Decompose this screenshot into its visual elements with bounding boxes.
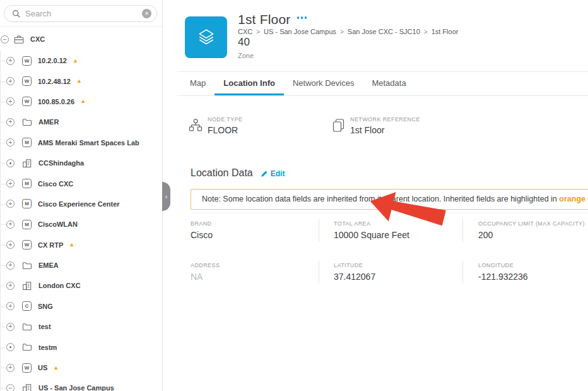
location-tree: –CXC+W10.2.0.12▲+W10.2.48.12▲+W100.85.0.… (0, 28, 163, 391)
collapse-icon[interactable]: – (1, 35, 9, 44)
expand-icon[interactable]: + (6, 241, 15, 249)
clear-search-icon[interactable]: ✕ (142, 9, 151, 18)
tree-item-cisco-experience-center[interactable]: +MCisco Experience Center (0, 194, 163, 214)
tree-item-cisco-cxc[interactable]: +MCisco CXC (0, 173, 163, 193)
expand-icon[interactable]: + (6, 282, 15, 290)
location-data-heading: Location Data (191, 167, 253, 179)
sidebar-collapse-handle[interactable]: ‹ (162, 182, 170, 211)
page-title: 1st Floor (238, 12, 291, 27)
tree-item-testm[interactable]: testm (0, 337, 163, 357)
network-w-icon: W (22, 240, 32, 250)
field-label: LATITUDE (334, 262, 462, 268)
expand-icon[interactable]: + (6, 200, 15, 208)
tree-item-us-san-jose-campus[interactable]: –US - San Jose Campus (0, 378, 163, 391)
search-box[interactable]: ✕ (4, 5, 157, 22)
field-label: LONGITUDE (478, 262, 587, 268)
tab-network-devices[interactable]: Network Devices (284, 72, 363, 95)
tree-connector (0, 245, 6, 246)
edit-button[interactable]: Edit (261, 169, 285, 178)
tree-connector (0, 122, 6, 123)
tab-location-info[interactable]: Location Info (215, 72, 284, 95)
tree-item-label: AMS Meraki Smart Spaces Lab (38, 139, 139, 147)
node-type-value: FLOOR (208, 125, 242, 135)
expand-icon[interactable]: + (6, 179, 15, 188)
tree-item-sng[interactable]: +CSNG (0, 296, 163, 316)
expand-icon[interactable]: + (6, 364, 15, 372)
tree-item-us[interactable]: +WUS▲ (0, 358, 163, 378)
tree-item-label: CCShindagha (38, 159, 84, 167)
tree-item-10-2-48-12[interactable]: +W10.2.48.12▲ (0, 71, 163, 91)
expand-icon[interactable]: + (6, 77, 15, 85)
tree-connector (0, 347, 6, 348)
edit-label: Edit (271, 169, 285, 178)
campus-icon (22, 383, 32, 391)
zone-count: 40 (238, 36, 250, 49)
tree-item-ams-meraki-smart-spaces-lab[interactable]: +MAMS Meraki Smart Spaces Lab (0, 133, 163, 153)
tree-item-emea[interactable]: +EMEA (0, 255, 163, 275)
more-options-icon[interactable] (297, 16, 307, 19)
organization-icon (14, 35, 24, 44)
tree-item-amer[interactable]: +AMER (0, 112, 163, 132)
expand-icon[interactable]: + (6, 323, 15, 331)
folder-icon (22, 117, 32, 127)
tree-item-label: AMER (38, 118, 59, 126)
network-m-icon: M (22, 199, 32, 208)
tree-connector (0, 61, 6, 61)
field-occupancy-limit-max-capacity: OCCUPANCY LIMIT (MAX CAPACITY)200 (462, 219, 587, 242)
folder-icon (22, 322, 32, 332)
campus-icon (22, 159, 32, 168)
breadcrumb-item[interactable]: US - San Jose Campus (264, 28, 336, 35)
tree-item-label: US - San Jose Campus (38, 384, 114, 391)
tree-item-ciscowlan[interactable]: +MCiscoWLAN (0, 214, 163, 234)
breadcrumb-item[interactable]: CXC (238, 28, 252, 35)
network-m-icon: M (22, 179, 32, 188)
expand-icon[interactable]: + (6, 97, 15, 105)
search-input[interactable] (25, 9, 142, 18)
folder-icon (22, 261, 32, 270)
tree-item-label: CX RTP (38, 241, 63, 249)
expand-icon[interactable]: + (6, 302, 15, 310)
field-address: ADDRESSNA (191, 261, 319, 284)
network-reference-value: 1st Floor (350, 125, 420, 135)
breadcrumb-item[interactable]: San Jose CXC - SJC10 (348, 28, 420, 35)
breadcrumb: CXC>US - San Jose Campus>San Jose CXC - … (238, 28, 458, 35)
tree-connector (0, 143, 6, 143)
network-w-icon: W (22, 56, 32, 66)
tree-item-label: US (38, 364, 47, 371)
node-type-icon (189, 118, 203, 133)
tree-connector (0, 224, 6, 225)
collapse-icon[interactable]: – (6, 384, 15, 391)
tab-map[interactable]: Map (181, 72, 215, 95)
tree-item-100-85-0-26[interactable]: +W100.85.0.26▲ (0, 92, 163, 112)
tree-item-cxc[interactable]: –CXC (0, 28, 163, 51)
warning-icon: ▲ (73, 58, 78, 64)
breadcrumb-item[interactable]: 1st Floor (432, 28, 459, 35)
network-reference-label: NETWORK REFERENCE (350, 116, 420, 123)
tree-item-10-2-0-12[interactable]: +W10.2.0.12▲ (0, 51, 163, 71)
tree-item-label: 10.2.0.12 (38, 57, 67, 64)
expand-icon[interactable]: + (6, 118, 15, 126)
tree-item-ccshindagha[interactable]: CCShindagha (0, 153, 163, 173)
tree-connector (0, 265, 6, 266)
tab-metadata[interactable]: Metadata (363, 72, 415, 95)
tree-item-label: test (38, 323, 51, 330)
tree-connector (0, 102, 6, 102)
leaf-icon[interactable] (6, 159, 15, 167)
tree-item-london-cxc[interactable]: +London CXC (0, 275, 163, 296)
network-m-icon: M (22, 220, 32, 229)
search-icon (12, 9, 21, 18)
expand-icon[interactable]: + (6, 220, 15, 229)
expand-icon[interactable]: + (6, 138, 15, 147)
tree-item-cx-rtp[interactable]: +WCX RTP▲ (0, 235, 163, 255)
field-label: OCCUPANCY LIMIT (MAX CAPACITY) (478, 220, 587, 227)
tree-item-test[interactable]: +test (0, 316, 163, 337)
node-type-label: NODE TYPE (208, 116, 242, 123)
tree-item-label: CiscoWLAN (38, 220, 78, 228)
field-latitude: LATITUDE37.412067 (319, 261, 462, 284)
expand-icon[interactable]: + (6, 262, 15, 270)
expand-icon[interactable]: + (6, 57, 15, 65)
field-label: ADDRESS (191, 262, 319, 268)
floor-icon (185, 16, 227, 58)
field-value: -121.932236 (478, 272, 587, 282)
leaf-icon[interactable] (6, 343, 15, 351)
